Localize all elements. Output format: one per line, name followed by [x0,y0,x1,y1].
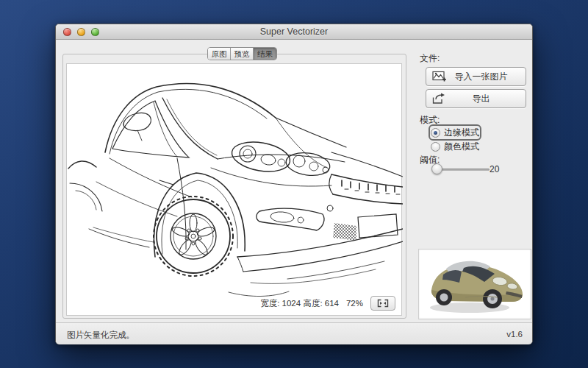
export-button[interactable]: 导出 [426,89,526,108]
view-tabs: 原图 预览 结果 [207,47,277,60]
radio-color-mode[interactable]: 颜色模式 [431,141,479,152]
color-mode-label: 颜色模式 [444,141,479,153]
threshold-slider-knob[interactable] [431,163,442,174]
threshold-value: 20 [490,164,499,174]
vectorized-car-drawing [67,64,403,316]
threshold-slider-track[interactable] [435,169,490,171]
tab-original[interactable]: 原图 [208,48,231,60]
mode-section-label: 模式: [420,114,440,127]
original-image-thumbnail [418,249,531,319]
fit-to-window-button[interactable] [370,296,395,311]
tab-result[interactable]: 结果 [254,48,276,60]
import-image-button[interactable]: 导入一张图片 [426,67,526,86]
close-button[interactable] [63,28,71,36]
radio-icon-unselected [431,142,440,152]
minimize-button[interactable] [77,28,85,36]
window-title: Super Vectorizer [56,24,532,40]
export-label: 导出 [447,93,526,105]
dimensions-text: 宽度: 1024 高度: 614 [260,298,339,309]
fit-to-window-icon [377,299,389,308]
app-window: Super Vectorizer 原图 预览 结果 [55,24,533,344]
status-bar: 图片矢量化完成。 v1.6 [56,322,532,344]
original-car-photo [421,252,528,316]
zoom-level: 72% [346,299,363,308]
radio-icon-selected [431,128,440,138]
status-message: 图片矢量化完成。 [67,330,135,341]
import-image-label: 导入一张图片 [447,71,526,83]
radio-edge-mode[interactable]: 边缘模式 [431,127,479,138]
picture-add-icon [432,71,447,82]
tab-preview[interactable]: 预览 [231,48,254,60]
edge-mode-label: 边缘模式 [444,127,479,139]
zoom-button[interactable] [91,28,99,36]
result-canvas[interactable]: 宽度: 1024 高度: 614 72% [66,63,402,316]
share-arrow-icon [432,93,447,105]
file-section-label: 文件: [420,52,440,65]
title-bar[interactable]: Super Vectorizer [56,24,532,40]
image-info: 宽度: 1024 高度: 614 72% [260,296,395,311]
version-label: v1.6 [506,330,523,339]
